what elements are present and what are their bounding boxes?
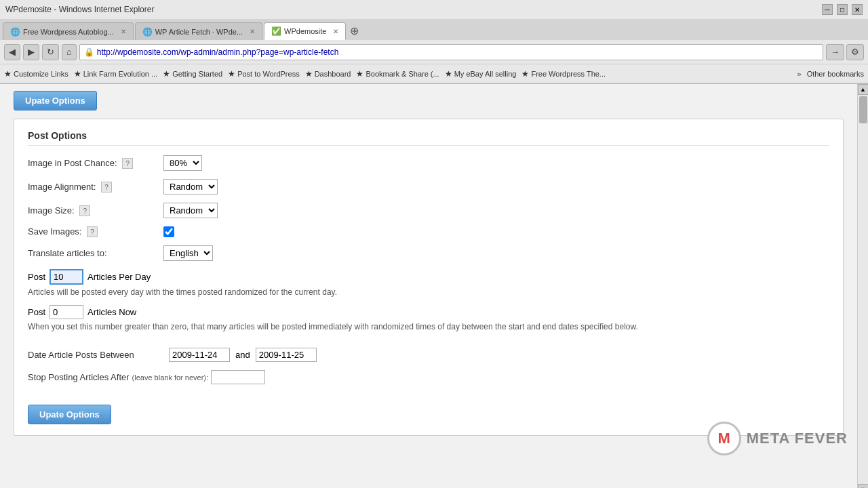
bookmarks-more-button[interactable]: » bbox=[797, 70, 802, 78]
address-input[interactable] bbox=[97, 47, 818, 57]
post-now-helper: When you set this number greater than ze… bbox=[28, 322, 638, 331]
scroll-up-arrow[interactable]: ▲ bbox=[858, 84, 869, 95]
tab-autoblog[interactable]: 🌐 Free Wordpress Autoblog... ✕ bbox=[3, 22, 134, 40]
scroll-down-arrow[interactable]: ▼ bbox=[858, 484, 869, 488]
main-content: Upate Options Post Options Image in Post… bbox=[0, 84, 857, 488]
tools-button[interactable]: ⚙ bbox=[846, 44, 864, 60]
tab-close-wpdemosite[interactable]: ✕ bbox=[333, 28, 338, 35]
minimize-button[interactable]: ─ bbox=[822, 4, 833, 15]
bookmark-customize[interactable]: ★ Customize Links bbox=[4, 69, 68, 79]
new-tab-button[interactable]: ⊕ bbox=[347, 22, 361, 40]
stop-label: Stop Posting Articles After bbox=[28, 372, 130, 382]
window-title: WPdemosite - Windows Internet Explorer bbox=[5, 5, 154, 14]
translate-select[interactable]: English bbox=[164, 246, 212, 260]
scroll-track[interactable] bbox=[858, 95, 869, 484]
bookmark-icon-ebay: ★ bbox=[445, 69, 452, 79]
bookmark-icon-bookmark-share: ★ bbox=[356, 69, 363, 79]
bookmark-bookmark-share[interactable]: ★ Bookmark & Share (... bbox=[356, 69, 439, 79]
post-per-day-input[interactable] bbox=[50, 269, 83, 285]
image-alignment-select[interactable]: Random bbox=[164, 180, 217, 194]
date-row: Date Article Posts Between and bbox=[28, 348, 829, 362]
scroll-thumb[interactable] bbox=[859, 96, 867, 123]
meta-fever-logo: M META FEVER bbox=[707, 422, 848, 455]
bookmarks-bar: ★ Customize Links ★ Link Farm Evolution … bbox=[0, 64, 868, 83]
date-label: Date Article Posts Between bbox=[28, 350, 163, 360]
translate-select-wrapper[interactable]: English bbox=[163, 245, 213, 261]
translate-label: Translate articles to: bbox=[28, 248, 163, 258]
post-per-day-prefix: Post bbox=[28, 272, 45, 282]
stop-input[interactable] bbox=[211, 370, 265, 384]
bookmark-icon-dashboard: ★ bbox=[305, 69, 313, 79]
forward-button[interactable]: ▶ bbox=[23, 44, 39, 60]
image-alignment-label: Image Alignment: ? bbox=[28, 182, 163, 192]
date-start-input[interactable] bbox=[169, 348, 230, 362]
bookmark-icon-customize: ★ bbox=[4, 69, 12, 79]
right-scrollbar[interactable]: ▲ ▼ bbox=[857, 84, 868, 488]
image-size-select-wrapper[interactable]: Random bbox=[163, 203, 218, 218]
update-options-bottom-button[interactable]: Upate Options bbox=[28, 405, 111, 424]
image-in-post-chance-select-wrapper[interactable]: 80% bbox=[163, 155, 202, 171]
post-options-title: Post Options bbox=[28, 130, 829, 146]
stop-posting-row: Stop Posting Articles After (leave blank… bbox=[28, 370, 829, 384]
bookmark-ebay[interactable]: ★ My eBay All selling bbox=[445, 69, 517, 79]
image-alignment-help-icon[interactable]: ? bbox=[101, 182, 112, 192]
image-size-row: Image Size: ? Random bbox=[28, 203, 829, 218]
update-options-top-button[interactable]: Upate Options bbox=[14, 91, 97, 110]
image-alignment-select-wrapper[interactable]: Random bbox=[163, 179, 218, 195]
post-now-input[interactable] bbox=[50, 305, 83, 319]
meta-fever-icon: M bbox=[707, 422, 741, 455]
tab-icon-wpdemosite: ✅ bbox=[271, 26, 281, 36]
bookmark-dashboard[interactable]: ★ Dashboard bbox=[305, 69, 351, 79]
home-button[interactable]: ⌂ bbox=[62, 44, 77, 60]
post-now-prefix: Post bbox=[28, 307, 45, 317]
image-in-post-chance-select[interactable]: 80% bbox=[164, 156, 201, 170]
date-and-text: and bbox=[235, 350, 250, 360]
save-images-help-icon[interactable]: ? bbox=[87, 226, 98, 237]
go-button[interactable]: → bbox=[826, 44, 844, 60]
bookmark-label-dashboard: Dashboard bbox=[315, 70, 351, 78]
post-per-day-suffix: Articles Per Day bbox=[87, 272, 151, 282]
other-bookmarks-folder[interactable]: Other bookmarks bbox=[807, 70, 864, 78]
tab-label-wparticle: WP Article Fetch · WPde... bbox=[155, 28, 243, 36]
bookmark-icon-getting-started: ★ bbox=[163, 69, 170, 79]
bookmark-label-post-to-wp: Post to WordPress bbox=[237, 70, 300, 78]
tab-label-wpdemosite: WPdemosite bbox=[284, 27, 326, 35]
save-images-label: Save Images: ? bbox=[28, 226, 163, 237]
image-size-label: Image Size: ? bbox=[28, 205, 163, 216]
bookmark-label-free-wp: Free Wordpress The... bbox=[531, 70, 606, 78]
close-button[interactable]: ✕ bbox=[852, 4, 863, 15]
back-button[interactable]: ◀ bbox=[4, 44, 20, 60]
bookmark-linkfarm[interactable]: ★ Link Farm Evolution ... bbox=[74, 69, 157, 79]
date-end-input[interactable] bbox=[256, 348, 317, 362]
tab-icon-autoblog: 🌐 bbox=[10, 27, 20, 37]
save-images-checkbox[interactable] bbox=[163, 226, 174, 237]
image-in-post-chance-label: Image in Post Chance: ? bbox=[28, 158, 163, 169]
bookmark-label-customize: Customize Links bbox=[14, 70, 68, 78]
bookmark-post-to-wp[interactable]: ★ Post to WordPress bbox=[228, 69, 300, 79]
maximize-button[interactable]: □ bbox=[837, 4, 848, 15]
tab-wparticle[interactable]: 🌐 WP Article Fetch · WPde... ✕ bbox=[135, 22, 262, 40]
bookmark-label-getting-started: Getting Started bbox=[172, 70, 222, 78]
refresh-button[interactable]: ↻ bbox=[42, 44, 59, 60]
tab-wpdemosite[interactable]: ✅ WPdemosite ✕ bbox=[264, 22, 346, 40]
image-in-post-chance-help-icon[interactable]: ? bbox=[122, 158, 133, 169]
image-size-help-icon[interactable]: ? bbox=[79, 205, 90, 216]
bookmark-getting-started[interactable]: ★ Getting Started bbox=[163, 69, 222, 79]
image-size-select[interactable]: Random bbox=[164, 203, 217, 218]
bookmark-icon-post-to-wp: ★ bbox=[228, 69, 235, 79]
lock-icon: 🔒 bbox=[84, 47, 94, 57]
post-now-suffix: Articles Now bbox=[87, 307, 136, 317]
meta-fever-text: META FEVER bbox=[747, 430, 848, 447]
bookmark-label-ebay: My eBay All selling bbox=[454, 70, 517, 78]
translate-row: Translate articles to: English bbox=[28, 245, 829, 261]
bookmark-icon-free-wp: ★ bbox=[521, 69, 529, 79]
bookmark-free-wp[interactable]: ★ Free Wordpress The... bbox=[521, 69, 606, 79]
image-alignment-row: Image Alignment: ? Random bbox=[28, 179, 829, 195]
save-images-row: Save Images: ? bbox=[28, 226, 829, 237]
address-bar[interactable]: 🔒 bbox=[79, 44, 823, 60]
post-per-day-row: Post Articles Per Day bbox=[28, 269, 829, 285]
post-options-box: Post Options Image in Post Chance: ? 80%… bbox=[14, 119, 844, 436]
image-in-post-chance-row: Image in Post Chance: ? 80% bbox=[28, 155, 829, 171]
tab-close-autoblog[interactable]: ✕ bbox=[121, 28, 126, 35]
tab-close-wparticle[interactable]: ✕ bbox=[250, 28, 255, 35]
